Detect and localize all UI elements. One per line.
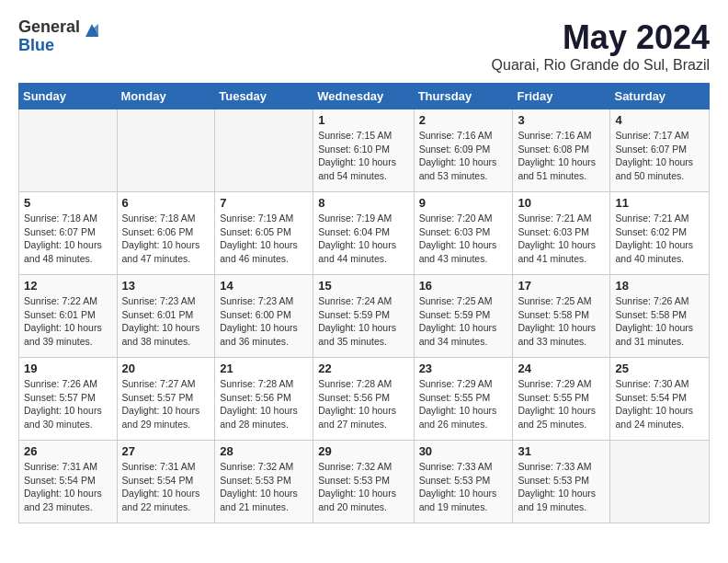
day-info: Sunrise: 7:25 AM Sunset: 5:59 PM Dayligh… [419, 294, 508, 349]
weekday-header-cell: Thursday [414, 84, 513, 109]
day-number: 21 [220, 362, 308, 375]
calendar-day-cell: 11Sunrise: 7:21 AM Sunset: 6:02 PM Dayli… [610, 192, 710, 275]
day-number: 25 [615, 362, 704, 375]
day-number: 2 [419, 113, 508, 127]
calendar-day-cell: 6Sunrise: 7:18 AM Sunset: 6:06 PM Daylig… [117, 192, 215, 275]
calendar-day-cell: 31Sunrise: 7:33 AM Sunset: 5:53 PM Dayli… [513, 441, 610, 523]
calendar-day-cell: 30Sunrise: 7:33 AM Sunset: 5:53 PM Dayli… [414, 441, 513, 523]
day-number: 10 [518, 196, 605, 210]
day-number: 4 [615, 113, 704, 127]
day-info: Sunrise: 7:25 AM Sunset: 5:58 PM Dayligh… [518, 294, 605, 349]
day-info: Sunrise: 7:29 AM Sunset: 5:55 PM Dayligh… [419, 377, 508, 431]
day-number: 18 [615, 279, 704, 293]
calendar-day-cell: 25Sunrise: 7:30 AM Sunset: 5:54 PM Dayli… [610, 358, 710, 441]
day-info: Sunrise: 7:26 AM Sunset: 5:58 PM Dayligh… [615, 294, 704, 349]
calendar-day-cell: 5Sunrise: 7:18 AM Sunset: 6:07 PM Daylig… [19, 192, 118, 275]
day-number: 24 [518, 362, 605, 375]
calendar-day-cell: 7Sunrise: 7:19 AM Sunset: 6:05 PM Daylig… [215, 192, 313, 275]
calendar-day-cell [610, 441, 710, 523]
logo: General Blue [18, 18, 102, 55]
calendar-week-row: 19Sunrise: 7:26 AM Sunset: 5:57 PM Dayli… [19, 358, 710, 441]
day-number: 23 [419, 362, 508, 375]
day-info: Sunrise: 7:32 AM Sunset: 5:53 PM Dayligh… [220, 460, 308, 514]
calendar-day-cell [19, 109, 118, 192]
calendar-week-row: 12Sunrise: 7:22 AM Sunset: 6:01 PM Dayli… [19, 275, 710, 358]
page-subtitle: Quarai, Rio Grande do Sul, Brazil [492, 57, 710, 74]
page-header: General Blue May 2024 Quarai, Rio Grande… [18, 18, 710, 74]
day-info: Sunrise: 7:18 AM Sunset: 6:07 PM Dayligh… [24, 212, 112, 266]
day-number: 15 [318, 279, 408, 293]
day-number: 17 [518, 279, 605, 293]
calendar-day-cell: 12Sunrise: 7:22 AM Sunset: 6:01 PM Dayli… [19, 275, 118, 358]
day-number: 16 [419, 279, 508, 293]
logo-icon [82, 20, 102, 40]
day-info: Sunrise: 7:22 AM Sunset: 6:01 PM Dayligh… [24, 294, 112, 349]
day-info: Sunrise: 7:28 AM Sunset: 5:56 PM Dayligh… [318, 377, 408, 431]
day-number: 12 [24, 279, 112, 293]
calendar-day-cell: 16Sunrise: 7:25 AM Sunset: 5:59 PM Dayli… [414, 275, 513, 358]
calendar-day-cell [215, 109, 313, 192]
calendar-day-cell: 10Sunrise: 7:21 AM Sunset: 6:03 PM Dayli… [513, 192, 610, 275]
logo-text: General Blue [18, 18, 80, 55]
day-info: Sunrise: 7:18 AM Sunset: 6:06 PM Dayligh… [122, 212, 210, 266]
calendar-week-row: 1Sunrise: 7:15 AM Sunset: 6:10 PM Daylig… [19, 109, 710, 192]
calendar-week-row: 26Sunrise: 7:31 AM Sunset: 5:54 PM Dayli… [19, 441, 710, 523]
weekday-header-cell: Wednesday [313, 84, 414, 109]
day-info: Sunrise: 7:33 AM Sunset: 5:53 PM Dayligh… [419, 460, 508, 514]
day-number: 22 [318, 362, 408, 375]
day-number: 6 [122, 196, 210, 210]
day-number: 8 [318, 196, 408, 210]
calendar-day-cell: 21Sunrise: 7:28 AM Sunset: 5:56 PM Dayli… [215, 358, 313, 441]
weekday-header-cell: Friday [513, 84, 610, 109]
calendar-week-row: 5Sunrise: 7:18 AM Sunset: 6:07 PM Daylig… [19, 192, 710, 275]
calendar-day-cell: 3Sunrise: 7:16 AM Sunset: 6:08 PM Daylig… [513, 109, 610, 192]
weekday-header-cell: Saturday [610, 84, 710, 109]
day-number: 1 [318, 113, 408, 127]
calendar-day-cell: 19Sunrise: 7:26 AM Sunset: 5:57 PM Dayli… [19, 358, 118, 441]
day-info: Sunrise: 7:16 AM Sunset: 6:09 PM Dayligh… [419, 129, 508, 183]
day-number: 28 [220, 444, 308, 458]
calendar-day-cell: 4Sunrise: 7:17 AM Sunset: 6:07 PM Daylig… [610, 109, 710, 192]
day-info: Sunrise: 7:17 AM Sunset: 6:07 PM Dayligh… [615, 129, 704, 183]
day-info: Sunrise: 7:19 AM Sunset: 6:04 PM Dayligh… [318, 212, 408, 266]
weekday-header-cell: Sunday [19, 84, 118, 109]
day-number: 7 [220, 196, 308, 210]
calendar-day-cell [117, 109, 215, 192]
day-number: 27 [122, 444, 210, 458]
calendar-day-cell: 18Sunrise: 7:26 AM Sunset: 5:58 PM Dayli… [610, 275, 710, 358]
calendar-day-cell: 20Sunrise: 7:27 AM Sunset: 5:57 PM Dayli… [117, 358, 215, 441]
calendar-day-cell: 22Sunrise: 7:28 AM Sunset: 5:56 PM Dayli… [313, 358, 414, 441]
calendar-day-cell: 15Sunrise: 7:24 AM Sunset: 5:59 PM Dayli… [313, 275, 414, 358]
day-number: 31 [518, 444, 605, 458]
day-info: Sunrise: 7:21 AM Sunset: 6:02 PM Dayligh… [615, 212, 704, 266]
calendar-day-cell: 26Sunrise: 7:31 AM Sunset: 5:54 PM Dayli… [19, 441, 118, 523]
calendar-body: 1Sunrise: 7:15 AM Sunset: 6:10 PM Daylig… [19, 109, 710, 523]
day-info: Sunrise: 7:15 AM Sunset: 6:10 PM Dayligh… [318, 129, 408, 183]
day-number: 9 [419, 196, 508, 210]
weekday-header-row: SundayMondayTuesdayWednesdayThursdayFrid… [19, 84, 710, 109]
calendar-day-cell: 1Sunrise: 7:15 AM Sunset: 6:10 PM Daylig… [313, 109, 414, 192]
day-info: Sunrise: 7:21 AM Sunset: 6:03 PM Dayligh… [518, 212, 605, 266]
calendar-day-cell: 14Sunrise: 7:23 AM Sunset: 6:00 PM Dayli… [215, 275, 313, 358]
day-info: Sunrise: 7:27 AM Sunset: 5:57 PM Dayligh… [122, 377, 210, 431]
day-number: 20 [122, 362, 210, 375]
weekday-header-cell: Monday [117, 84, 215, 109]
day-number: 30 [419, 444, 508, 458]
calendar-day-cell: 2Sunrise: 7:16 AM Sunset: 6:09 PM Daylig… [414, 109, 513, 192]
calendar-day-cell: 29Sunrise: 7:32 AM Sunset: 5:53 PM Dayli… [313, 441, 414, 523]
day-info: Sunrise: 7:19 AM Sunset: 6:05 PM Dayligh… [220, 212, 308, 266]
calendar-day-cell: 24Sunrise: 7:29 AM Sunset: 5:55 PM Dayli… [513, 358, 610, 441]
day-number: 3 [518, 113, 605, 127]
calendar-day-cell: 27Sunrise: 7:31 AM Sunset: 5:54 PM Dayli… [117, 441, 215, 523]
calendar-day-cell: 28Sunrise: 7:32 AM Sunset: 5:53 PM Dayli… [215, 441, 313, 523]
day-info: Sunrise: 7:31 AM Sunset: 5:54 PM Dayligh… [24, 460, 112, 514]
day-info: Sunrise: 7:29 AM Sunset: 5:55 PM Dayligh… [518, 377, 605, 431]
day-number: 19 [24, 362, 112, 375]
calendar-day-cell: 17Sunrise: 7:25 AM Sunset: 5:58 PM Dayli… [513, 275, 610, 358]
title-block: May 2024 Quarai, Rio Grande do Sul, Braz… [492, 18, 710, 74]
weekday-header-cell: Tuesday [215, 84, 313, 109]
day-info: Sunrise: 7:33 AM Sunset: 5:53 PM Dayligh… [518, 460, 605, 514]
day-number: 26 [24, 444, 112, 458]
day-info: Sunrise: 7:32 AM Sunset: 5:53 PM Dayligh… [318, 460, 408, 514]
calendar-table: SundayMondayTuesdayWednesdayThursdayFrid… [18, 83, 710, 523]
